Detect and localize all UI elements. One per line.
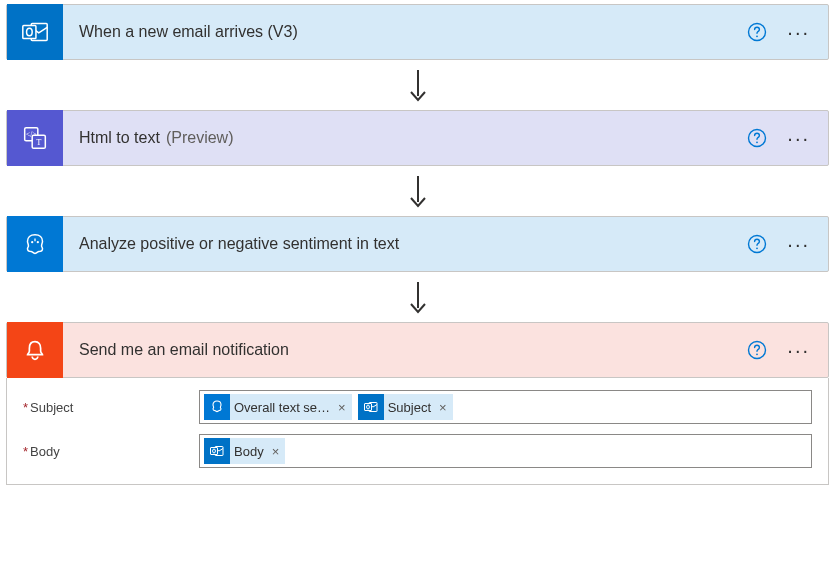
subject-input[interactable]: Overall text se… × Subject × xyxy=(199,390,812,424)
outlook-icon xyxy=(7,4,63,60)
close-icon[interactable]: × xyxy=(336,400,352,415)
svg-point-4 xyxy=(756,35,758,37)
subject-label-text: Subject xyxy=(30,400,73,415)
svg-point-11 xyxy=(756,141,758,143)
html-to-text-icon: </>T xyxy=(7,110,63,166)
cognitive-icon xyxy=(7,216,63,272)
token-sentiment[interactable]: Overall text se… × xyxy=(204,394,352,420)
required-mark: * xyxy=(23,400,28,415)
body-label: *Body xyxy=(23,444,199,459)
arrow-connector xyxy=(6,272,829,322)
help-icon[interactable] xyxy=(747,128,767,148)
token-label: Subject xyxy=(384,400,437,415)
body-label-text: Body xyxy=(30,444,60,459)
token-label: Body xyxy=(230,444,270,459)
close-icon[interactable]: × xyxy=(437,400,453,415)
arrow-connector xyxy=(6,60,829,110)
svg-rect-1 xyxy=(23,25,36,38)
subject-label: *Subject xyxy=(23,400,199,415)
bell-icon xyxy=(7,322,63,378)
step-analyze-sentiment[interactable]: Analyze positive or negative sentiment i… xyxy=(6,216,829,272)
token-subject[interactable]: Subject × xyxy=(358,394,453,420)
step-title: Analyze positive or negative sentiment i… xyxy=(79,235,399,253)
more-icon[interactable]: ··· xyxy=(787,128,810,148)
more-icon[interactable]: ··· xyxy=(787,234,810,254)
more-icon[interactable]: ··· xyxy=(787,340,810,360)
svg-point-13 xyxy=(31,241,33,243)
svg-point-17 xyxy=(756,247,758,249)
more-icon[interactable]: ··· xyxy=(787,22,810,42)
step-send-notification[interactable]: Send me an email notification ··· xyxy=(6,322,829,378)
step-title: Html to text xyxy=(79,129,160,147)
step-details-panel: *Subject Overall text se… × Subject × xyxy=(6,378,829,485)
help-icon[interactable] xyxy=(747,22,767,42)
required-mark: * xyxy=(23,444,28,459)
arrow-connector xyxy=(6,166,829,216)
step-html-to-text[interactable]: </>T Html to text (Preview) ··· xyxy=(6,110,829,166)
token-label: Overall text se… xyxy=(230,400,336,415)
help-icon[interactable] xyxy=(747,340,767,360)
svg-point-14 xyxy=(37,241,39,243)
close-icon[interactable]: × xyxy=(270,444,286,459)
preview-tag: (Preview) xyxy=(166,129,234,147)
step-title: When a new email arrives (V3) xyxy=(79,23,298,41)
help-icon[interactable] xyxy=(747,234,767,254)
cognitive-icon xyxy=(204,394,230,420)
step-trigger-email[interactable]: When a new email arrives (V3) ··· xyxy=(6,4,829,60)
step-title: Send me an email notification xyxy=(79,341,289,359)
token-body[interactable]: Body × xyxy=(204,438,285,464)
svg-point-20 xyxy=(756,353,758,355)
body-input[interactable]: Body × xyxy=(199,434,812,468)
outlook-icon xyxy=(204,438,230,464)
svg-text:T: T xyxy=(36,137,41,147)
outlook-icon xyxy=(358,394,384,420)
